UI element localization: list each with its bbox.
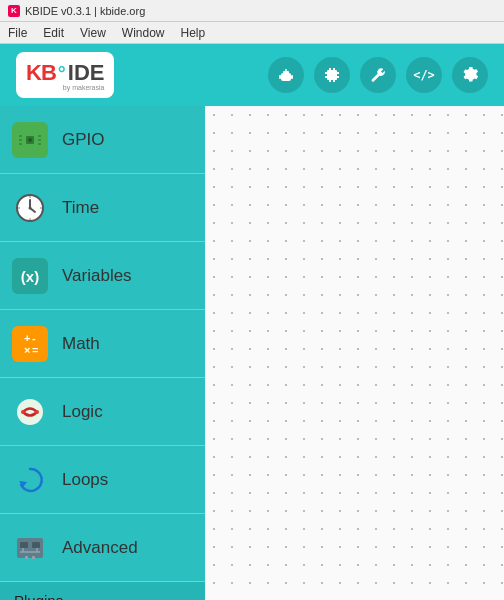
loops-icon xyxy=(12,462,48,498)
svg-rect-22 xyxy=(38,139,41,141)
sidebar-variables-label: Variables xyxy=(62,266,132,286)
variables-icon: (x) xyxy=(12,258,48,294)
menu-edit[interactable]: Edit xyxy=(39,26,68,40)
title-bar: K KBIDE v0.3.1 | kbide.org xyxy=(0,0,504,22)
svg-rect-51 xyxy=(25,556,28,559)
sidebar-item-math[interactable]: + - × = Math xyxy=(0,310,205,378)
canvas-area[interactable] xyxy=(205,106,504,600)
svg-point-3 xyxy=(287,76,290,79)
svg-rect-19 xyxy=(19,139,22,141)
svg-rect-4 xyxy=(279,75,281,79)
plugins-label: Plugins xyxy=(14,592,63,600)
sidebar-loops-label: Loops xyxy=(62,470,108,490)
sidebar-item-advanced[interactable]: Advanced xyxy=(0,514,205,582)
menu-bar: File Edit View Window Help xyxy=(0,22,504,44)
svg-rect-15 xyxy=(333,80,335,82)
svg-text:=: = xyxy=(32,344,38,356)
sidebar-time-label: Time xyxy=(62,198,99,218)
gpio-icon xyxy=(12,122,48,158)
svg-rect-16 xyxy=(329,72,335,78)
svg-point-41 xyxy=(17,399,43,425)
sidebar-item-loops[interactable]: Loops xyxy=(0,446,205,514)
svg-rect-6 xyxy=(285,69,287,71)
plugins-bar[interactable]: Plugins xyxy=(0,582,205,600)
svg-rect-10 xyxy=(337,72,339,74)
window-title: KBIDE v0.3.1 | kbide.org xyxy=(25,5,145,17)
logic-icon xyxy=(12,394,48,430)
wrench-button[interactable] xyxy=(360,57,396,93)
code-icon: </> xyxy=(413,68,435,82)
math-icon: + - × = xyxy=(12,326,48,362)
time-icon xyxy=(12,190,48,226)
app-icon: K xyxy=(8,5,20,17)
logo-kb: KB xyxy=(26,60,56,86)
svg-rect-14 xyxy=(329,80,331,82)
main-area: GPIO Time xyxy=(0,106,504,600)
svg-rect-45 xyxy=(17,538,43,558)
sidebar: GPIO Time xyxy=(0,106,205,600)
svg-point-42 xyxy=(21,410,25,414)
svg-text:-: - xyxy=(32,332,36,344)
menu-file[interactable]: File xyxy=(4,26,31,40)
svg-text:+: + xyxy=(24,332,30,344)
menu-window[interactable]: Window xyxy=(118,26,169,40)
menu-view[interactable]: View xyxy=(76,26,110,40)
svg-rect-13 xyxy=(333,68,335,70)
dot-grid xyxy=(205,106,504,600)
svg-rect-52 xyxy=(32,556,35,559)
svg-rect-21 xyxy=(38,135,41,137)
svg-rect-20 xyxy=(19,143,22,145)
sidebar-item-logic[interactable]: Logic xyxy=(0,378,205,446)
svg-text:×: × xyxy=(24,344,30,356)
svg-rect-46 xyxy=(20,542,28,548)
svg-rect-18 xyxy=(19,135,22,137)
logo: KB ° IDE by makerasia xyxy=(16,52,114,98)
sidebar-item-time[interactable]: Time xyxy=(0,174,205,242)
svg-point-2 xyxy=(283,76,286,79)
sidebar-item-variables[interactable]: (x) Variables xyxy=(0,242,205,310)
advanced-icon xyxy=(12,530,48,566)
svg-rect-12 xyxy=(329,68,331,70)
logo-ide: IDE xyxy=(68,60,105,86)
svg-point-25 xyxy=(28,138,32,142)
sidebar-advanced-label: Advanced xyxy=(62,538,138,558)
robot-button[interactable] xyxy=(268,57,304,93)
svg-rect-11 xyxy=(337,76,339,78)
logo-dot: ° xyxy=(58,62,66,85)
svg-point-43 xyxy=(35,410,39,414)
svg-rect-47 xyxy=(32,542,40,548)
sidebar-math-label: Math xyxy=(62,334,100,354)
menu-help[interactable]: Help xyxy=(177,26,210,40)
svg-rect-8 xyxy=(325,72,327,74)
svg-rect-5 xyxy=(291,75,293,79)
sidebar-item-gpio[interactable]: GPIO xyxy=(0,106,205,174)
svg-rect-9 xyxy=(325,76,327,78)
chip-button[interactable] xyxy=(314,57,350,93)
toolbar: KB ° IDE by makerasia xyxy=(0,44,504,106)
sidebar-gpio-label: GPIO xyxy=(62,130,105,150)
settings-button[interactable] xyxy=(452,57,488,93)
toolbar-buttons: </> xyxy=(268,57,488,93)
svg-rect-1 xyxy=(283,71,289,74)
svg-rect-23 xyxy=(38,143,41,145)
code-button[interactable]: </> xyxy=(406,57,442,93)
sidebar-logic-label: Logic xyxy=(62,402,103,422)
svg-text:(x): (x) xyxy=(21,268,39,285)
svg-point-29 xyxy=(29,206,32,209)
